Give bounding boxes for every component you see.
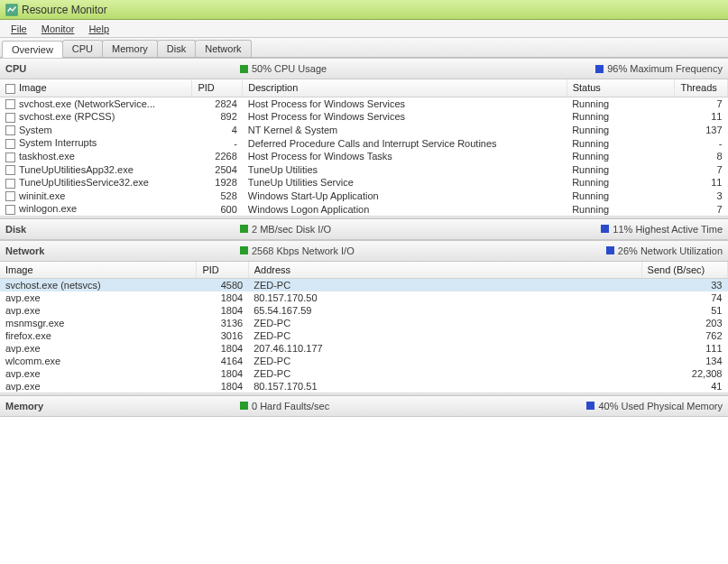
network-util-stat: 26% Network Utilization [606,245,723,256]
memory-title: Memory [5,401,240,411]
table-row[interactable]: TuneUpUtilitiesService32.exe1928TuneUp U… [0,176,728,190]
square-blue-icon [595,65,604,73]
menu-help[interactable]: Help [81,22,116,36]
square-green-icon [240,225,248,233]
network-table: Image PID Address Send (B/sec) svchost.e… [0,262,728,393]
memory-section-header[interactable]: Memory 0 Hard Faults/sec 40% Used Physic… [0,395,728,417]
row-checkbox[interactable] [5,125,15,135]
row-checkbox[interactable] [5,191,15,201]
table-row[interactable]: winlogon.exe600Windows Logon Application… [0,202,728,216]
table-row[interactable]: TuneUpUtilitiesApp32.exe2504TuneUp Utili… [0,163,728,177]
row-checkbox[interactable] [5,113,15,123]
tab-network[interactable]: Network [195,40,251,57]
app-icon [5,4,18,16]
disk-io-stat: 2 MB/sec Disk I/O [240,224,529,235]
square-blue-icon [601,225,609,233]
row-checkbox[interactable] [5,205,15,215]
square-green-icon [240,246,248,254]
table-row[interactable]: msnmsgr.exe3136ZED-PC203 [0,317,728,329]
table-row[interactable]: wininit.exe528Windows Start-Up Applicati… [0,190,728,203]
col-image[interactable]: Image [0,79,192,97]
table-row[interactable]: wlcomm.exe4164ZED-PC134 [0,355,728,367]
col-image[interactable]: Image [0,262,197,279]
tab-cpu[interactable]: CPU [62,40,103,57]
menu-file[interactable]: File [4,22,34,36]
menu-bar: File Monitor Help [0,20,728,38]
memory-faults-stat: 0 Hard Faults/sec [240,401,529,411]
window-title: Resource Monitor [22,4,107,16]
square-blue-icon [606,246,614,254]
memory-used-stat: 40% Used Physical Memory [586,401,723,411]
table-row[interactable]: svchost.exe (NetworkService...2824Host P… [0,97,728,110]
cpu-freq-stat: 96% Maximum Frequency [595,63,723,74]
table-row[interactable]: avp.exe180480.157.170.5141 [0,380,728,393]
row-checkbox[interactable] [5,165,15,175]
col-threads[interactable]: Threads [675,79,728,97]
menu-monitor[interactable]: Monitor [34,22,82,36]
network-section-header[interactable]: Network 2568 Kbps Network I/O 26% Networ… [0,240,728,262]
cpu-section-header[interactable]: CPU 50% CPU Usage 96% Maximum Frequency [0,58,728,79]
table-row[interactable]: avp.exe1804207.46.110.177111 [0,342,728,355]
row-checkbox[interactable] [5,99,15,109]
table-row[interactable]: taskhost.exe2268Host Process for Windows… [0,150,728,163]
tab-memory[interactable]: Memory [102,40,158,57]
col-address[interactable]: Address [248,262,641,279]
square-blue-icon [586,402,594,410]
col-send[interactable]: Send (B/sec) [641,262,727,279]
checkbox-all[interactable] [5,84,15,94]
tab-overview[interactable]: Overview [2,41,63,58]
tab-bar: Overview CPU Memory Disk Network [0,38,728,58]
table-row[interactable]: svchost.exe (netsvcs)4580ZED-PC33 [0,278,728,291]
row-checkbox[interactable] [5,179,15,189]
disk-section-header[interactable]: Disk 2 MB/sec Disk I/O 11% Highest Activ… [0,218,728,240]
window-titlebar: Resource Monitor [0,0,728,20]
cpu-title: CPU [5,63,240,74]
row-checkbox[interactable] [5,153,15,162]
row-checkbox[interactable] [5,139,15,149]
cpu-process-table: Image PID Description Status Threads svc… [0,79,728,216]
square-green-icon [240,402,248,410]
table-row[interactable]: firefox.exe3016ZED-PC762 [0,329,728,342]
network-io-stat: 2568 Kbps Network I/O [240,245,529,256]
disk-title: Disk [5,224,240,235]
cpu-usage-stat: 50% CPU Usage [240,63,529,74]
network-title: Network [5,245,240,256]
tab-disk[interactable]: Disk [157,40,196,57]
disk-active-stat: 11% Highest Active Time [601,224,723,235]
content-area: CPU 50% CPU Usage 96% Maximum Frequency … [0,58,728,564]
col-pid[interactable]: PID [192,79,243,97]
table-row[interactable]: avp.exe180465.54.167.5951 [0,304,728,317]
table-row[interactable]: avp.exe180480.157.170.5074 [0,291,728,304]
square-green-icon [240,65,248,73]
col-description[interactable]: Description [243,79,567,97]
table-row[interactable]: System4NT Kernel & SystemRunning137 [0,124,728,137]
table-row[interactable]: System Interrupts-Deferred Procedure Cal… [0,136,728,150]
table-row[interactable]: avp.exe1804ZED-PC22,308 [0,367,728,380]
table-row[interactable]: svchost.exe (RPCSS)892Host Process for W… [0,110,728,124]
col-pid[interactable]: PID [197,262,248,279]
col-status[interactable]: Status [567,79,675,97]
